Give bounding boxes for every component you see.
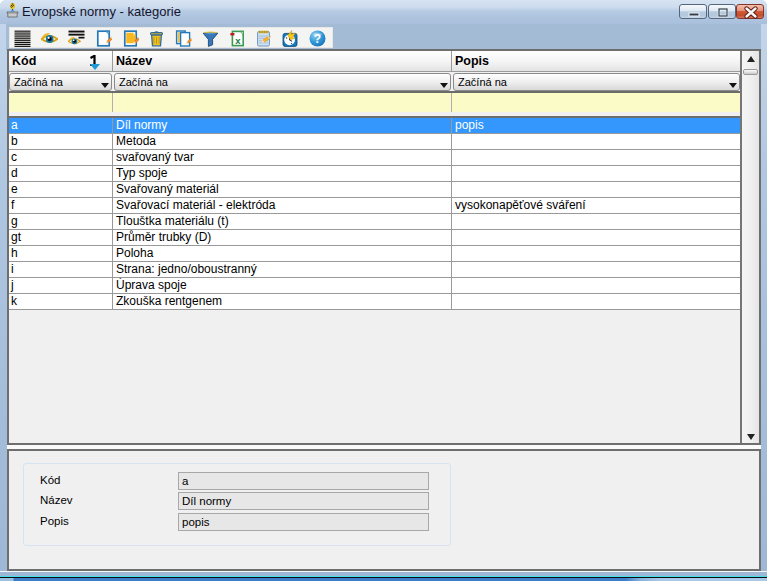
svg-text:?: ? [314, 32, 321, 46]
svg-text:x: x [235, 35, 241, 46]
